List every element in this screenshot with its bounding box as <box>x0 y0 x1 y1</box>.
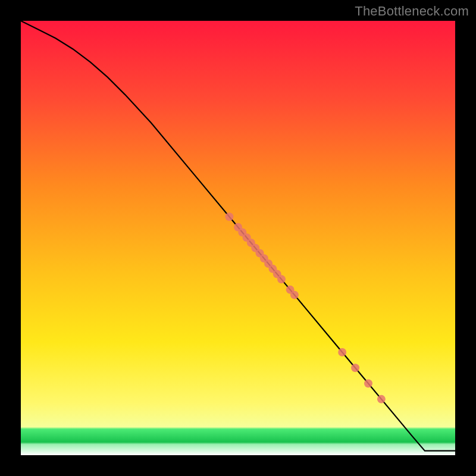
scatter-point <box>225 212 233 221</box>
scatter-point <box>351 364 359 372</box>
watermark-text: TheBottleneck.com <box>355 4 469 19</box>
scatter-point <box>338 348 346 356</box>
chart-plot-area <box>21 21 455 455</box>
scatter-point <box>364 380 372 388</box>
gradient-background <box>21 21 455 455</box>
chart-frame: { "watermark": "TheBottleneck.com", "cha… <box>0 0 476 476</box>
scatter-point <box>290 291 299 299</box>
scatter-point <box>277 275 286 283</box>
scatter-point <box>377 395 386 403</box>
chart-svg <box>21 21 455 455</box>
